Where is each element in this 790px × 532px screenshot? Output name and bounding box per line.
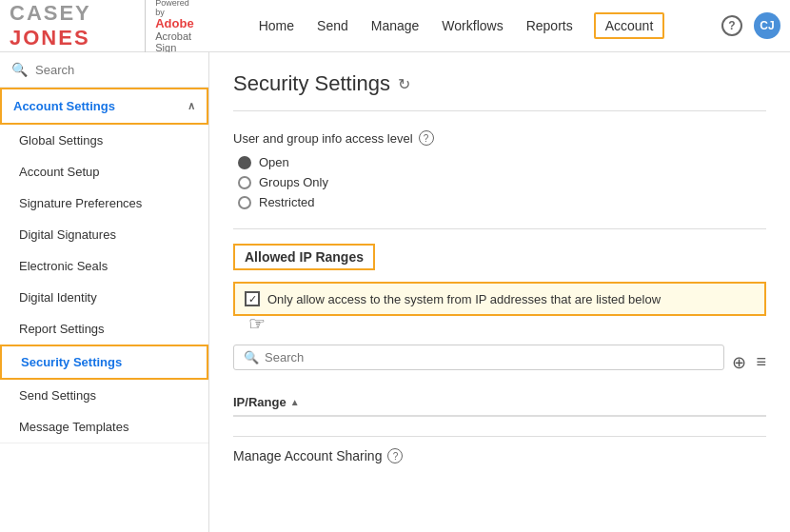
page-title: Security Settings ↻	[233, 71, 766, 111]
content-area: Security Settings ↻ User and group info …	[209, 52, 790, 532]
ip-restriction-checkbox-row[interactable]: ✓ Only allow access to the system from I…	[233, 282, 766, 316]
logo-casey: CASEY	[10, 1, 91, 25]
account-settings-header[interactable]: Account Settings ∧	[0, 88, 208, 125]
radio-restricted-label: Restricted	[259, 195, 315, 209]
top-nav: CASEY JONES Powered by Adobe Acrobat Sig…	[0, 0, 790, 52]
ip-search-actions: ⊕ ≡	[732, 352, 766, 373]
sidebar-item-electronic-seals[interactable]: Electronic Seals	[0, 250, 208, 282]
sidebar-item-digital-identity[interactable]: Digital Identity	[0, 282, 208, 313]
manage-sharing-label: Manage Account Sharing	[233, 448, 382, 463]
nav-links: Home Send Manage Workflows Reports Accou…	[200, 12, 721, 39]
radio-groups-only[interactable]: Groups Only	[238, 175, 766, 189]
sidebar-item-security-settings[interactable]: Security Settings	[0, 345, 208, 380]
ip-range-column-header: IP/Range ▲	[233, 395, 300, 409]
cursor-pointer-icon: ☞	[248, 312, 266, 335]
search-box[interactable]: 🔍	[0, 52, 208, 88]
adobe-brand: Adobe	[155, 17, 200, 30]
ip-table-header: IP/Range ▲	[233, 389, 766, 417]
user-group-section: User and group info access level ? Open …	[233, 130, 766, 209]
sidebar-item-send-settings[interactable]: Send Settings	[0, 380, 208, 411]
logo-area: CASEY JONES Powered by Adobe Acrobat Sig…	[10, 0, 200, 53]
nav-right: ? CJ	[721, 12, 780, 39]
sidebar-item-account-setup[interactable]: Account Setup	[0, 156, 208, 187]
search-icon: 🔍	[11, 62, 28, 77]
radio-open-label: Open	[259, 155, 289, 169]
nav-account[interactable]: Account	[594, 12, 665, 39]
user-group-label: User and group info access level ?	[233, 130, 766, 146]
sidebar-item-message-templates[interactable]: Message Templates	[0, 411, 208, 443]
radio-open[interactable]: Open	[238, 155, 766, 169]
nav-manage[interactable]: Manage	[369, 13, 422, 38]
sidebar-item-report-settings[interactable]: Report Settings	[0, 313, 208, 345]
refresh-icon[interactable]: ↻	[398, 75, 410, 93]
logo-jones: JONES	[10, 26, 90, 49]
sidebar: 🔍 Account Settings ∧ Global Settings Acc…	[0, 52, 209, 532]
divider	[233, 228, 766, 229]
ip-checkbox-label: Only allow access to the system from IP …	[267, 292, 661, 306]
logo: CASEY JONES	[10, 1, 132, 50]
menu-icon[interactable]: ≡	[756, 352, 766, 372]
nav-workflows[interactable]: Workflows	[440, 13, 504, 38]
access-level-radio-group: Open Groups Only Restricted	[233, 155, 766, 209]
sidebar-item-signature-preferences[interactable]: Signature Preferences	[0, 187, 208, 219]
ip-ranges-header: Allowed IP Ranges	[233, 244, 375, 270]
search-icon-ip: 🔍	[244, 350, 259, 365]
radio-filled-icon	[238, 156, 251, 169]
sidebar-item-digital-signatures[interactable]: Digital Signatures	[0, 219, 208, 250]
manage-sharing-section: Manage Account Sharing ?	[233, 436, 766, 463]
ip-search-bar[interactable]: 🔍	[233, 345, 724, 370]
user-group-info-icon[interactable]: ?	[419, 130, 434, 146]
sidebar-item-global-settings[interactable]: Global Settings	[0, 125, 208, 156]
main-layout: 🔍 Account Settings ∧ Global Settings Acc…	[0, 52, 790, 532]
add-icon[interactable]: ⊕	[732, 352, 746, 373]
help-icon[interactable]: ?	[721, 15, 742, 36]
avatar[interactable]: CJ	[754, 12, 780, 39]
manage-sharing-info-icon[interactable]: ?	[387, 448, 403, 463]
radio-empty-icon	[238, 176, 251, 189]
powered-by-text: Powered by	[155, 0, 200, 17]
account-settings-label: Account Settings	[13, 99, 115, 113]
nav-home[interactable]: Home	[257, 13, 296, 38]
radio-groups-only-label: Groups Only	[259, 175, 328, 189]
radio-empty-icon-2	[238, 196, 251, 209]
ip-ranges-section: Allowed IP Ranges ✓ Only allow access to…	[233, 244, 766, 417]
chevron-up-icon: ∧	[188, 100, 195, 112]
radio-restricted[interactable]: Restricted	[238, 195, 766, 209]
nav-reports[interactable]: Reports	[524, 13, 575, 38]
account-settings-section: Account Settings ∧ Global Settings Accou…	[0, 88, 208, 443]
search-input[interactable]	[35, 63, 197, 77]
ip-search-input[interactable]	[265, 350, 714, 365]
nav-send[interactable]: Send	[315, 13, 350, 38]
checkbox-checked-icon[interactable]: ✓	[245, 291, 260, 306]
powered-by: Powered by Adobe Acrobat Sign	[145, 0, 200, 53]
sort-arrow-icon[interactable]: ▲	[290, 397, 300, 407]
adobe-sub: Acrobat Sign	[155, 30, 200, 53]
